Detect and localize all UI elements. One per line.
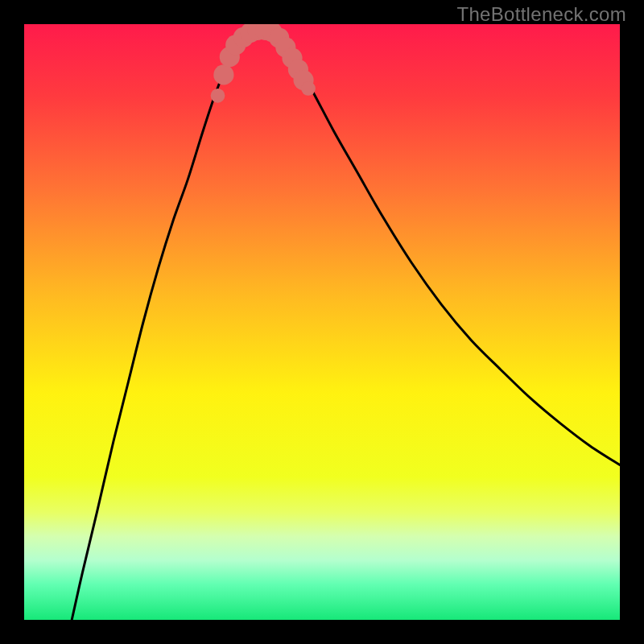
watermark-text: TheBottleneck.com: [456, 3, 626, 26]
highlight-dot: [211, 89, 225, 103]
chart-background: [24, 24, 620, 620]
chart-svg: [24, 24, 620, 620]
highlight-dot: [213, 64, 233, 85]
highlight-dot: [301, 81, 316, 96]
bottleneck-chart: [24, 24, 620, 620]
